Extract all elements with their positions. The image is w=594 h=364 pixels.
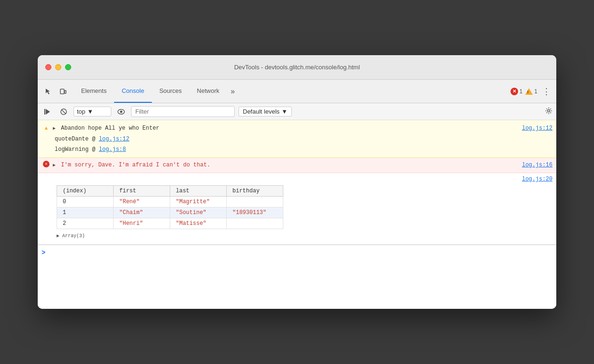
expand-warn-button[interactable]: ▶ (53, 126, 56, 131)
error-icon: ✕ (511, 88, 518, 95)
svg-rect-3 (44, 109, 45, 115)
console-output: ▲ ▶ Abandon hope All ye who Enter log.js… (38, 120, 556, 309)
warn-badge: 1 (525, 88, 537, 95)
table-row: 1"Chaim""Soutine""18930113" (57, 207, 283, 218)
cell-index: 0 (57, 197, 114, 207)
col-last: last (170, 186, 227, 197)
table-header-row: (index) first last birthday (57, 186, 283, 197)
error-source[interactable]: log.js:16 (514, 161, 553, 169)
block-icon (60, 108, 67, 116)
inspect-element-button[interactable] (41, 85, 55, 98)
maximize-button[interactable] (65, 64, 71, 70)
warn-icon (525, 88, 533, 95)
eye-button[interactable] (115, 106, 127, 118)
context-selector[interactable]: top ▼ (74, 107, 111, 116)
svg-marker-2 (46, 109, 50, 115)
cell-first: "Henri" (114, 218, 170, 229)
table-body: 0"René""Magritte"1"Chaim""Soutine""18930… (57, 197, 283, 229)
error-line: ✕ ▶ I'm sorry, Dave. I'm afraid I can't … (38, 160, 556, 171)
minimize-button[interactable] (55, 64, 61, 70)
tab-network[interactable]: Network (190, 80, 227, 103)
play-icon (44, 108, 51, 116)
tab-sources[interactable]: Sources (152, 80, 190, 103)
devtools-window: DevTools - devtools.glitch.me/console/lo… (38, 55, 556, 309)
warning-section: ▲ ▶ Abandon hope All ye who Enter log.js… (38, 120, 556, 158)
error-circle-icon: ✕ (41, 161, 51, 167)
prompt-section: > (38, 245, 556, 260)
warn-triangle-icon: ▲ (41, 124, 51, 132)
data-table: (index) first last birthday 0"René""Magr… (57, 185, 283, 229)
tab-bar-left-controls (41, 80, 70, 103)
col-first: first (114, 186, 170, 197)
gear-icon (545, 107, 553, 115)
warn-source-1[interactable]: log.js:12 (514, 124, 553, 132)
error-section: ✕ ▶ I'm sorry, Dave. I'm afraid I can't … (38, 158, 556, 173)
console-toolbar: top ▼ Default levels ▼ (38, 103, 556, 120)
block-button[interactable] (58, 106, 70, 118)
cell-index: 2 (57, 218, 114, 229)
cell-last: "Magritte" (170, 197, 227, 207)
cell-first: "Chaim" (114, 207, 170, 218)
table-section: log.js:20 (index) first last birthday 0"… (38, 173, 556, 245)
svg-line-5 (62, 109, 66, 114)
prompt-chevron[interactable]: > (41, 249, 45, 256)
tab-elements[interactable]: Elements (74, 80, 114, 103)
cell-index: 1 (57, 207, 114, 218)
tab-bar-right-controls: ✕ 1 1 ⋮ (511, 80, 553, 103)
svg-point-7 (120, 110, 123, 113)
cell-birthday (227, 197, 283, 207)
array-summary: ▶ Array(3) (38, 231, 556, 240)
cell-birthday (227, 218, 283, 229)
eye-icon (117, 108, 125, 115)
expand-array-button[interactable]: ▶ Array(3) (57, 233, 85, 239)
clear-console-button[interactable] (41, 106, 54, 118)
cell-first: "René" (114, 197, 170, 207)
table-source-line: log.js:20 (38, 175, 556, 183)
cell-birthday: "18930113" (227, 207, 283, 218)
warning-stack-2: logWarning @ log.js:8 (38, 144, 556, 155)
expand-error-button[interactable]: ▶ (53, 163, 56, 168)
filter-input[interactable] (131, 106, 235, 117)
more-options-button[interactable]: ⋮ (540, 84, 553, 99)
title-bar: DevTools - devtools.glitch.me/console/lo… (38, 55, 556, 80)
tab-items: Elements Console Sources Network » (74, 80, 511, 103)
table-row: 0"René""Magritte" (57, 197, 283, 207)
col-birthday: birthday (227, 186, 283, 197)
warn-link-1[interactable]: log.js:12 (99, 136, 130, 142)
error-badge: ✕ 1 (511, 88, 523, 95)
svg-rect-0 (60, 89, 64, 94)
svg-rect-1 (65, 91, 66, 93)
warning-line-1: ▲ ▶ Abandon hope All ye who Enter log.js… (38, 123, 556, 134)
device-toggle-button[interactable] (57, 85, 70, 98)
cursor-icon (44, 88, 52, 95)
console-input[interactable] (48, 249, 553, 256)
warning-stack-1: quoteDante @ log.js:12 (38, 134, 556, 144)
cell-last: "Soutine" (170, 207, 227, 218)
tab-bar: Elements Console Sources Network » ✕ 1 1 (38, 80, 556, 103)
warn-link-2[interactable]: log.js:8 (99, 146, 126, 153)
col-index: (index) (57, 186, 114, 197)
table-source[interactable]: log.js:20 (522, 176, 553, 182)
table-row: 2"Henri""Matisse" (57, 218, 283, 229)
settings-button[interactable] (545, 107, 553, 116)
levels-dropdown[interactable]: Default levels ▼ (239, 107, 292, 116)
close-button[interactable] (45, 64, 51, 70)
tab-more-button[interactable]: » (227, 80, 239, 103)
device-icon (59, 88, 67, 95)
traffic-lights (45, 64, 71, 70)
window-title: DevTools - devtools.glitch.me/console/lo… (234, 64, 360, 71)
svg-point-8 (548, 109, 550, 112)
tab-console[interactable]: Console (114, 80, 152, 103)
cell-last: "Matisse" (170, 218, 227, 229)
